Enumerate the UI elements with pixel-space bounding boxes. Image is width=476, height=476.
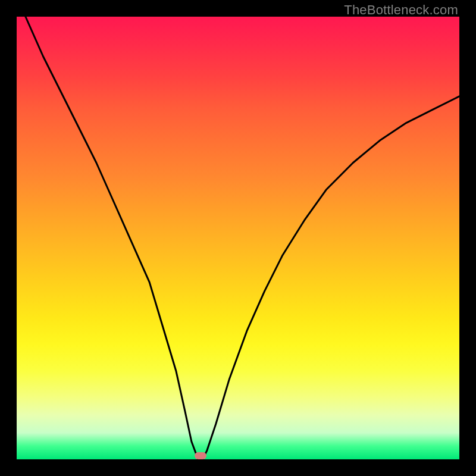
watermark-text: TheBottleneck.com <box>344 2 458 18</box>
chart-frame: TheBottleneck.com <box>0 0 476 476</box>
plot-area <box>17 17 459 459</box>
bottleneck-curve <box>17 17 459 459</box>
optimal-marker <box>195 452 206 459</box>
